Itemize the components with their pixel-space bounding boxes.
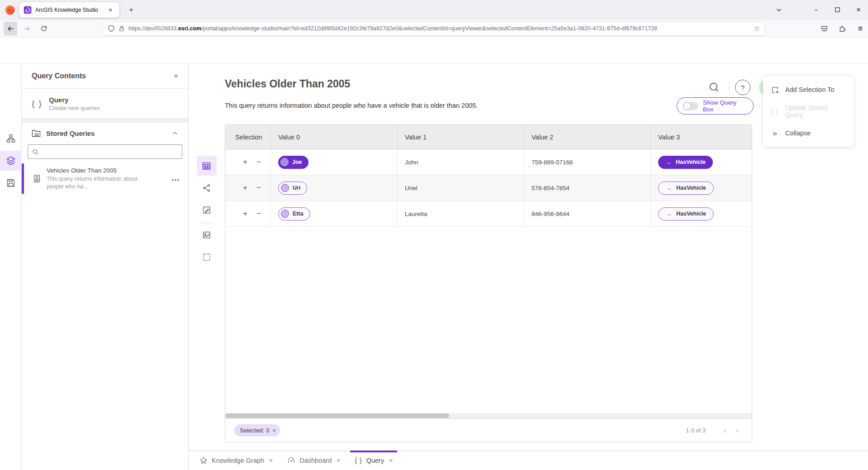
selected-indicator-bar (22, 163, 24, 194)
relationship-pill[interactable]: →HasVehicle (658, 182, 714, 195)
show-query-box-toggle[interactable]: Show Query Box (677, 97, 754, 115)
tab-close-icon[interactable]: × (106, 5, 115, 14)
entity-dot-icon (280, 158, 289, 166)
add-to-selection-icon[interactable]: + (242, 158, 249, 167)
tab-knowledge-graph[interactable]: Knowledge Graph × (192, 451, 280, 470)
arrow-right-icon: → (666, 185, 672, 192)
table-row[interactable]: +− Etta Lauretta 846-956-8644 →HasVehicl… (225, 201, 752, 227)
add-selection-icon (770, 86, 779, 94)
pocket-icon[interactable] (817, 21, 831, 36)
braces-icon: { } (770, 108, 779, 115)
add-to-selection-icon[interactable]: + (242, 209, 249, 218)
menu-item-update-stored-query[interactable]: { } Update Stored Query (763, 101, 854, 122)
menu-item-add-selection-to[interactable]: Add Selection To (763, 79, 854, 101)
remove-from-selection-icon[interactable]: − (255, 209, 262, 218)
remove-from-selection-icon[interactable]: − (255, 183, 262, 192)
save-icon[interactable] (0, 173, 22, 193)
clear-selection-icon[interactable]: × (272, 427, 276, 434)
lock-icon[interactable] (119, 25, 125, 32)
cell-value: Uriel (398, 175, 524, 201)
selected-count-chip[interactable]: Selected: 3 × (234, 424, 280, 436)
panel-title: Query Contents (32, 72, 174, 80)
toggle-knob (683, 102, 691, 110)
arrow-right-icon: → (666, 211, 672, 217)
collapse-section-chevron-up-icon[interactable] (172, 130, 178, 136)
tab-label: Dashboard (299, 457, 332, 464)
select-area-icon[interactable] (197, 247, 217, 267)
braces-icon: { } (355, 457, 362, 464)
search-input[interactable] (43, 149, 178, 155)
menu-hamburger-icon[interactable]: ≡ (853, 21, 868, 36)
pagination-range: 1-3 of 3 (686, 427, 706, 434)
panel-close-icon[interactable]: × (174, 72, 178, 81)
window-close-button[interactable]: × (849, 0, 868, 19)
relationship-pill[interactable]: →HasVehicle (658, 207, 714, 221)
relationship-pill[interactable]: →HasVehicle (658, 156, 713, 169)
reload-button[interactable] (37, 22, 51, 35)
cell-value: Lauretta (398, 201, 524, 226)
image-chart-icon[interactable] (197, 225, 217, 245)
table-row[interactable]: +− Uri Uriel 578-654-7854 →HasVehicle (225, 175, 752, 201)
bookmark-star-icon[interactable]: ☆ (754, 24, 760, 33)
extensions-puzzle-icon[interactable] (835, 21, 849, 36)
menu-item-collapse[interactable]: » Collapse (763, 122, 854, 144)
search-icon[interactable] (706, 79, 722, 96)
panel-header: Query Contents × (22, 63, 188, 89)
data-model-tree-icon[interactable] (0, 129, 22, 149)
query-item-subtitle: Create new queries (49, 105, 100, 111)
layers-icon[interactable] (0, 151, 22, 171)
previous-page-icon[interactable]: ‹ (719, 426, 731, 435)
left-rail: » (0, 63, 22, 470)
stored-queries-search[interactable] (28, 144, 182, 159)
window-minimize-button[interactable]: − (807, 0, 825, 19)
cell-value: John (398, 149, 524, 175)
help-icon[interactable]: ? (735, 80, 750, 95)
browser-tab[interactable]: ArcGIS Knowledge Studio × (19, 2, 119, 18)
tab-query[interactable]: { } Query × (347, 451, 400, 470)
remove-from-selection-icon[interactable]: − (255, 158, 262, 167)
tab-dashboard[interactable]: Dashboard × (280, 451, 347, 470)
window-maximize-button[interactable] (828, 0, 846, 19)
url-text[interactable]: https://dev0028833.esri.com/portal/apps/… (128, 25, 750, 32)
firefox-logo-icon[interactable] (5, 5, 15, 15)
selection-context-menu: Add Selection To { } Update Stored Query… (763, 76, 854, 147)
arrow-right-icon: → (665, 159, 671, 166)
scrollbar-thumb[interactable] (225, 413, 449, 418)
collapse-chevrons-icon: » (770, 129, 779, 138)
forward-button[interactable] (20, 22, 33, 35)
search-input-icon (32, 149, 39, 155)
list-all-tabs-icon[interactable] (773, 4, 785, 16)
dashboard-gauge-icon (287, 456, 295, 465)
back-button[interactable] (4, 22, 17, 35)
horizontal-scrollbar[interactable] (225, 413, 752, 418)
tab-close-icon[interactable]: × (389, 457, 393, 464)
tab-close-icon[interactable]: × (337, 457, 340, 464)
edit-chart-icon[interactable] (197, 200, 217, 220)
item-options-ellipsis-icon[interactable]: ••• (171, 177, 180, 183)
stored-query-item[interactable]: Vehicles Older Than 2005 This query retu… (22, 163, 188, 194)
new-query-item[interactable]: { } Query Create new queries (22, 89, 188, 119)
stored-queries-header[interactable]: Stored Queries (22, 123, 188, 144)
toggle-switch[interactable] (683, 102, 698, 110)
column-header: Value 0 (271, 125, 398, 149)
new-tab-button[interactable]: + (125, 4, 138, 16)
entity-pill[interactable]: Etta (278, 207, 310, 221)
link-chart-icon[interactable] (197, 178, 217, 198)
selected-count-label: Selected: 3 (240, 427, 269, 434)
entity-pill[interactable]: Joe (278, 156, 308, 169)
cell-value: 578-654-7854 (524, 175, 651, 201)
table-row[interactable]: +− Joe John 759-889-57168 →HasVehicle (225, 149, 752, 175)
app-header: Certification Project ? PL publisher2 la… (0, 37, 868, 63)
toolbar-divider (200, 223, 213, 223)
table-view-icon[interactable] (197, 156, 217, 176)
url-bar[interactable]: https://dev0028833.esri.com/portal/apps/… (103, 22, 764, 35)
entity-pill[interactable]: Uri (278, 182, 307, 195)
folder-icon (32, 129, 41, 137)
tracking-shield-icon[interactable] (108, 25, 115, 32)
next-page-icon[interactable]: › (731, 426, 743, 435)
tab-close-icon[interactable]: × (269, 457, 273, 464)
add-to-selection-icon[interactable]: + (242, 183, 249, 192)
table-footer: Selected: 3 × 1-3 of 3 ‹ › (225, 418, 752, 442)
toggle-label: Show Query Box (703, 99, 747, 113)
cell-value: 759-889-57168 (524, 149, 651, 175)
